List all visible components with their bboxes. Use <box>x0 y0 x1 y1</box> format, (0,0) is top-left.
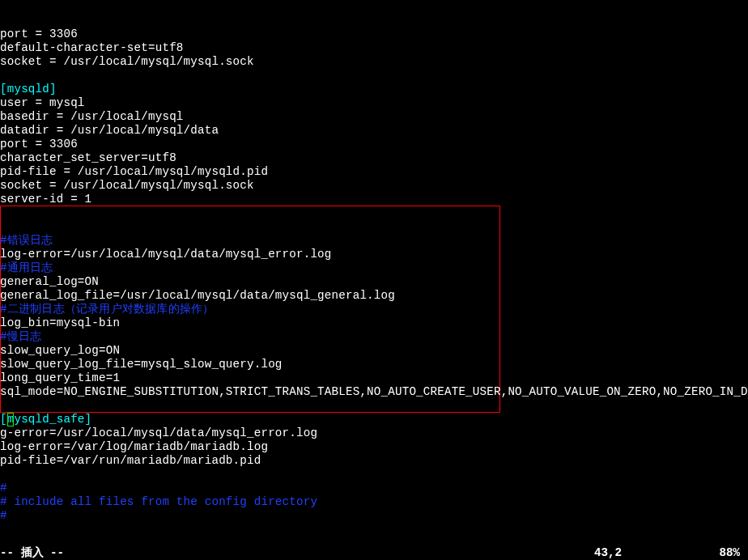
config-text: log-error=/var/log/mariadb/mariadb.log <box>0 440 268 453</box>
code-line: server-id = 1 <box>0 193 748 206</box>
vim-cursor-position: 43,2 <box>594 546 691 560</box>
code-line: port = 3306 <box>0 28 748 41</box>
config-text: port = 3306 <box>0 28 78 40</box>
comment-text: #二进制日志（记录用户对数据库的操作） <box>0 303 214 316</box>
config-text: default-character-set=utf8 <box>0 41 184 54</box>
vim-mode-indicator: -- 插入 -- <box>0 546 64 560</box>
config-text: character_set_server=utf8 <box>0 151 176 164</box>
code-line: pid-file = /usr/local/mysql/mysqld.pid <box>0 165 748 179</box>
config-text: pid-file=/var/run/mariadb/mariadb.pid <box>0 454 261 467</box>
code-line: sql_mode=NO_ENGINE_SUBSTITUTION,STRICT_T… <box>0 385 748 399</box>
config-text: basedir = /usr/local/mysql <box>0 110 184 123</box>
config-text: socket = /usr/local/mysql/mysql.sock <box>0 55 254 68</box>
vim-status-bar: -- 插入 -- 43,2 88% <box>0 546 748 560</box>
code-line: port = 3306 <box>0 138 748 151</box>
section-header: [mysqld] <box>0 83 57 95</box>
code-line: datadir = /usr/local/mysql/data <box>0 124 748 138</box>
config-text: socket = /usr/local/mysql/mysql.sock <box>0 179 254 192</box>
code-line <box>0 468 748 482</box>
comment-text: #慢日志 <box>0 330 41 343</box>
code-line: [mysqld] <box>0 83 748 96</box>
comment-text: #通用日志 <box>0 261 53 274</box>
code-line: # <box>0 482 748 495</box>
config-text: port = 3306 <box>0 138 78 151</box>
comment-text: #错误日志 <box>0 234 53 247</box>
vim-scroll-percent: 88% <box>691 546 748 560</box>
code-line: g-error=/usr/local/mysql/data/mysql_erro… <box>0 426 748 440</box>
config-text: general_log=ON <box>0 275 99 288</box>
code-line: socket = /usr/local/mysql/mysql.sock <box>0 179 748 193</box>
code-line: # <box>0 509 748 523</box>
code-line: character_set_server=utf8 <box>0 151 748 165</box>
code-line: [mysqld_safe] <box>0 413 748 426</box>
code-line: #通用日志 <box>0 261 748 275</box>
config-text: datadir = /usr/local/mysql/data <box>0 124 219 137</box>
code-line: # include all files from the config dire… <box>0 495 748 509</box>
config-text: log_bin=mysql-bin <box>0 316 120 329</box>
code-line: slow_query_log=ON <box>0 344 748 358</box>
config-text: log-error=/usr/local/mysql/data/mysql_er… <box>0 248 332 261</box>
status-spacer <box>64 546 594 560</box>
config-text: slow_query_log=ON <box>0 344 120 357</box>
section-header: [mysqld_safe] <box>0 413 91 426</box>
terminal-editor-area[interactable]: port = 3306default-character-set=utf8soc… <box>0 0 748 523</box>
code-line: slow_query_log_file=mysql_slow_query.log <box>0 358 748 371</box>
code-line: #错误日志 <box>0 234 748 248</box>
comment-text: # <box>0 482 7 494</box>
config-text: slow_query_log_file=mysql_slow_query.log <box>0 358 283 371</box>
code-line: long_query_time=1 <box>0 371 748 385</box>
code-line <box>0 399 748 413</box>
code-line: log-error=/var/log/mariadb/mariadb.log <box>0 440 748 454</box>
code-line: user = mysql <box>0 96 748 110</box>
code-line: socket = /usr/local/mysql/mysql.sock <box>0 55 748 69</box>
config-text: general_log_file=/usr/local/mysql/data/m… <box>0 289 395 302</box>
comment-text: # <box>0 509 7 522</box>
comment-text: # include all files from the config dire… <box>0 495 317 508</box>
code-line: pid-file=/var/run/mariadb/mariadb.pid <box>0 454 748 468</box>
config-text: sql_mode=NO_ENGINE_SUBSTITUTION,STRICT_T… <box>0 385 748 398</box>
code-line: general_log_file=/usr/local/mysql/data/m… <box>0 289 748 303</box>
code-line: general_log=ON <box>0 275 748 289</box>
code-line: #二进制日志（记录用户对数据库的操作） <box>0 303 748 316</box>
code-line <box>0 220 748 234</box>
code-line: basedir = /usr/local/mysql <box>0 110 748 124</box>
config-text: server-id = 1 <box>0 193 91 206</box>
code-line <box>0 206 748 220</box>
code-line: default-character-set=utf8 <box>0 41 748 55</box>
config-text: g-error=/usr/local/mysql/data/mysql_erro… <box>0 426 317 439</box>
code-line: #慢日志 <box>0 330 748 344</box>
code-line: log_bin=mysql-bin <box>0 316 748 330</box>
code-line: log-error=/usr/local/mysql/data/mysql_er… <box>0 248 748 261</box>
config-text: long_query_time=1 <box>0 371 120 384</box>
config-text: user = mysql <box>0 96 85 109</box>
code-line <box>0 69 748 83</box>
config-text: pid-file = /usr/local/mysql/mysqld.pid <box>0 165 268 178</box>
